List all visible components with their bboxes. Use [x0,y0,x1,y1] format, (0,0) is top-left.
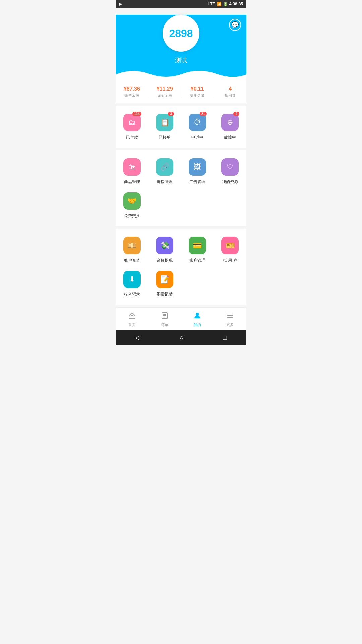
order-item-0[interactable]: 🗂 114 已付款 [116,111,148,145]
home-button[interactable]: ○ [179,334,183,341]
stat-item-2[interactable]: ¥0.11提现金额 [181,86,214,98]
stat-item-0[interactable]: ¥87.36账户余额 [116,86,148,98]
account-item-2[interactable]: 💳 账户管理 [181,234,214,268]
status-bar: ▶ LTE 📶 🔋 4:38:35 [116,0,246,8]
tool-item-2[interactable]: 🖼 广告管理 [181,156,214,190]
account-item-1[interactable]: 💸 余额提现 [148,234,181,268]
nav-label-3: 更多 [214,322,247,327]
time-label: 4:38:35 [229,2,243,6]
avatar-text: 2898 [169,27,193,40]
header: 💬 2898 测试 [116,15,246,81]
wave-decoration [116,68,246,81]
status-right: LTE 📶 🔋 4:38:35 [208,2,243,6]
nav-icon-2 [181,312,214,322]
account-item-0[interactable]: 💴 账户充值 [116,234,148,268]
nav-item-订单[interactable]: 订单 [148,310,181,329]
carrier-icon: ▶ [119,2,122,6]
tool-item-4[interactable]: 🤝 免费交换 [116,190,148,223]
nav-item-首页[interactable]: 首页 [116,310,148,329]
tool-section: 🛍 商品管理 🔗 链接管理 🖼 广告管理 ♡ 我的资源 🤝 免费交换 [116,150,246,226]
tool-item-0[interactable]: 🛍 商品管理 [116,156,148,190]
nav-label-1: 订单 [148,322,181,327]
order-item-3[interactable]: ⊖ 4 故障中 [214,111,247,145]
stat-item-1[interactable]: ¥11.29充值金额 [148,86,181,98]
account-grid: 💴 账户充值 💸 余额提现 💳 账户管理 🎫 抵 用 券 ⬇ 收入记录 📝 消费… [116,234,246,302]
nav-item-更多[interactable]: 更多 [214,310,247,329]
account-item-3[interactable]: 🎫 抵 用 券 [214,234,247,268]
svg-point-4 [196,313,199,316]
bottom-nav: 首页 订单 我的 更多 [116,307,246,330]
avatar: 2898 [163,15,199,52]
nav-item-我的[interactable]: 我的 [181,310,214,329]
battery-icon: 🔋 [223,2,228,6]
recent-button[interactable]: □ [223,334,227,341]
network-label: LTE [208,2,215,6]
back-button[interactable]: ◁ [135,333,140,341]
nav-icon-1 [148,312,181,322]
account-section: 💴 账户充值 💸 余额提现 💳 账户管理 🎫 抵 用 券 ⬇ 收入记录 📝 消费… [116,229,246,305]
order-item-2[interactable]: ⏱ 21 申诉中 [181,111,214,145]
order-section: 🗂 114 已付款 📋 3 已接单 ⏱ 21 申诉中 ⊖ 4 故障中 [116,106,246,148]
status-left: ▶ [119,2,122,6]
stat-item-3[interactable]: 4抵用券 [214,86,246,98]
tool-item-3[interactable]: ♡ 我的资源 [214,156,247,190]
nav-label-2: 我的 [181,322,214,327]
account-item-4[interactable]: ⬇ 收入记录 [116,268,148,302]
nav-icon-3 [214,312,247,322]
nav-label-0: 首页 [116,322,148,327]
account-item-5[interactable]: 📝 消费记录 [148,268,181,302]
signal-icon: 📶 [217,2,222,6]
nav-icon-0 [116,312,148,322]
order-grid: 🗂 114 已付款 📋 3 已接单 ⏱ 21 申诉中 ⊖ 4 故障中 [116,111,246,145]
tool-item-1[interactable]: 🔗 链接管理 [148,156,181,190]
android-nav: ◁ ○ □ [116,330,246,345]
order-item-1[interactable]: 📋 3 已接单 [148,111,181,145]
stats-row: ¥87.36账户余额¥11.29充值金额¥0.11提现金额4抵用券 [116,81,246,103]
username-label: 测试 [116,56,246,64]
chat-icon-button[interactable]: 💬 [229,19,241,31]
tool-grid: 🛍 商品管理 🔗 链接管理 🖼 广告管理 ♡ 我的资源 🤝 免费交换 [116,156,246,223]
